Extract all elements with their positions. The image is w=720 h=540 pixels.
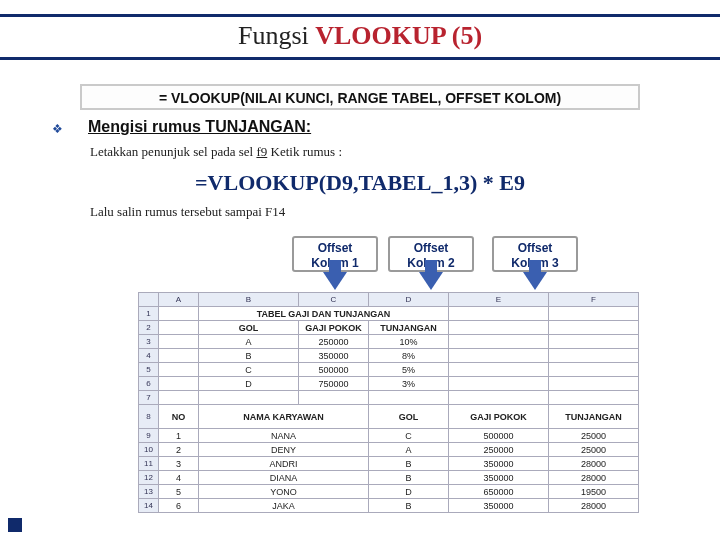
cell: JAKA xyxy=(199,499,369,513)
cell: 350000 xyxy=(449,499,549,513)
row-hdr: 8 xyxy=(139,405,159,429)
bullet-icon: ❖ xyxy=(52,122,63,137)
cell: 250000 xyxy=(299,335,369,349)
cell: B xyxy=(199,349,299,363)
col-hdr: F xyxy=(549,293,639,307)
corner-decoration xyxy=(8,518,22,532)
col-hdr: D xyxy=(369,293,449,307)
row-hdr: 9 xyxy=(139,429,159,443)
cell: ANDRI xyxy=(199,457,369,471)
table-row: 3 A 250000 10% xyxy=(139,335,639,349)
cell: NO xyxy=(159,405,199,429)
cell: 8% xyxy=(369,349,449,363)
cell: 350000 xyxy=(299,349,369,363)
cell: GAJI POKOK xyxy=(449,405,549,429)
table-row: 8 NO NAMA KARYAWAN GOL GAJI POKOK TUNJAN… xyxy=(139,405,639,429)
instr-text-a: Letakkan penunjuk sel pada sel xyxy=(90,144,256,159)
cell: 350000 xyxy=(449,457,549,471)
cell: GOL xyxy=(199,321,299,335)
cell: C xyxy=(199,363,299,377)
cell: 3% xyxy=(369,377,449,391)
table-row: 10 2 DENY A 250000 25000 xyxy=(139,443,639,457)
row-hdr: 3 xyxy=(139,335,159,349)
row-hdr: 12 xyxy=(139,471,159,485)
row-hdr: 14 xyxy=(139,499,159,513)
table-row: 14 6 JAKA B 350000 28000 xyxy=(139,499,639,513)
row-hdr: 2 xyxy=(139,321,159,335)
instruction-line-2: Lalu salin rumus tersebut sampai F14 xyxy=(90,204,285,220)
cell: GOL xyxy=(369,405,449,429)
row-hdr: 1 xyxy=(139,307,159,321)
table-row: 2 GOL GAJI POKOK TUNJANGAN xyxy=(139,321,639,335)
instr-text-b: Ketik rumus : xyxy=(267,144,342,159)
cell: 3 xyxy=(159,457,199,471)
row-hdr: 7 xyxy=(139,391,159,405)
cell: 28000 xyxy=(549,499,639,513)
table-row: 4 B 350000 8% xyxy=(139,349,639,363)
cell: D xyxy=(199,377,299,391)
cell: 10% xyxy=(369,335,449,349)
col-header-row: A B C D E F xyxy=(139,293,639,307)
cell: 350000 xyxy=(449,471,549,485)
cell: 25000 xyxy=(549,429,639,443)
cell: 5% xyxy=(369,363,449,377)
cell: TUNJANGAN xyxy=(369,321,449,335)
cell: D xyxy=(369,485,449,499)
arrow-down-icon xyxy=(323,272,347,290)
row-hdr: 11 xyxy=(139,457,159,471)
cell: NAMA KARYAWAN xyxy=(199,405,369,429)
cell: C xyxy=(369,429,449,443)
cell: 4 xyxy=(159,471,199,485)
table-row: 7 xyxy=(139,391,639,405)
cell: 6 xyxy=(159,499,199,513)
offset-2-a: Offset xyxy=(414,241,449,255)
table-row: 6 D 750000 3% xyxy=(139,377,639,391)
cell: B xyxy=(369,471,449,485)
section-heading: Mengisi rumus TUNJANGAN: xyxy=(88,118,311,136)
table-row: 12 4 DIANA B 350000 28000 xyxy=(139,471,639,485)
formula-display: =VLOOKUP(D9,TABEL_1,3) * E9 xyxy=(0,170,720,196)
instruction-line-1: Letakkan penunjuk sel pada sel f9 Ketik … xyxy=(90,144,342,160)
table-row: 11 3 ANDRI B 350000 28000 xyxy=(139,457,639,471)
title-prefix: Fungsi xyxy=(238,21,315,50)
cell: 250000 xyxy=(449,443,549,457)
cell: DIANA xyxy=(199,471,369,485)
cell: 750000 xyxy=(299,377,369,391)
spreadsheet-preview: A B C D E F 1 TABEL GAJI DAN TUNJANGAN 2… xyxy=(138,292,638,513)
cell: 500000 xyxy=(299,363,369,377)
spreadsheet-table: A B C D E F 1 TABEL GAJI DAN TUNJANGAN 2… xyxy=(138,292,639,513)
cell: 28000 xyxy=(549,471,639,485)
offset-1-a: Offset xyxy=(318,241,353,255)
col-hdr: A xyxy=(159,293,199,307)
cell: A xyxy=(369,443,449,457)
cell: YONO xyxy=(199,485,369,499)
cell: NANA xyxy=(199,429,369,443)
table-title-cell: TABEL GAJI DAN TUNJANGAN xyxy=(199,307,449,321)
row-hdr: 5 xyxy=(139,363,159,377)
arrow-down-icon xyxy=(523,272,547,290)
instr-cell-ref: f9 xyxy=(256,144,267,159)
row-hdr: 6 xyxy=(139,377,159,391)
cell: TUNJANGAN xyxy=(549,405,639,429)
row-hdr: 13 xyxy=(139,485,159,499)
cell: 1 xyxy=(159,429,199,443)
col-hdr: B xyxy=(199,293,299,307)
corner-cell xyxy=(139,293,159,307)
cell: GAJI POKOK xyxy=(299,321,369,335)
offset-3-a: Offset xyxy=(518,241,553,255)
cell: 650000 xyxy=(449,485,549,499)
cell: 28000 xyxy=(549,457,639,471)
col-hdr: C xyxy=(299,293,369,307)
cell: 25000 xyxy=(549,443,639,457)
arrow-down-icon xyxy=(419,272,443,290)
table-row: 1 TABEL GAJI DAN TUNJANGAN xyxy=(139,307,639,321)
cell: 5 xyxy=(159,485,199,499)
cell: A xyxy=(199,335,299,349)
title-main: VLOOKUP (5) xyxy=(315,21,482,50)
table-row: 9 1 NANA C 500000 25000 xyxy=(139,429,639,443)
cell: 19500 xyxy=(549,485,639,499)
cell: DENY xyxy=(199,443,369,457)
row-hdr: 10 xyxy=(139,443,159,457)
table-row: 5 C 500000 5% xyxy=(139,363,639,377)
cell: B xyxy=(369,457,449,471)
